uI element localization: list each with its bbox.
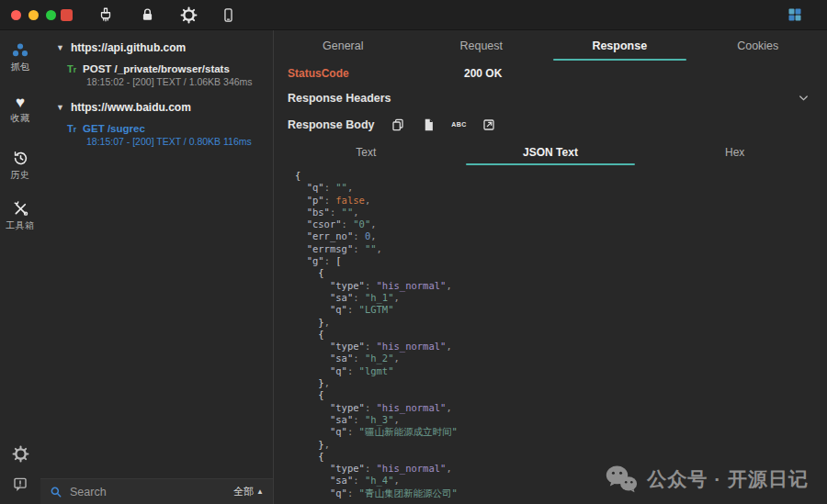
detail-tabs: General Request Response Cookies — [274, 30, 827, 61]
request-title: GET /sugrec — [83, 123, 145, 134]
request-meta: 18:15:07 - [200] TEXT / 0.80KB 116ms — [86, 136, 273, 147]
open-new-icon[interactable] — [481, 117, 497, 133]
request-entry[interactable]: Tr POST /_private/browser/stats 18:15:02… — [67, 63, 273, 87]
maximize-window-button[interactable] — [46, 10, 56, 20]
json-line: { — [295, 267, 827, 279]
search-bar: 全部 ▲ — [40, 478, 273, 504]
feedback-bubble-icon — [12, 476, 28, 492]
collapse-triangle-icon[interactable]: ▼ — [56, 103, 64, 112]
capture-dots-icon — [10, 42, 30, 59]
watermark-text: 公众号 · 开源日记 — [647, 466, 809, 492]
sidebar-item-toolbox[interactable]: 工具箱 — [0, 200, 40, 232]
host-group: ▼ https://www.baidu.com Tr GET /sugrec 1… — [40, 98, 273, 147]
clear-brush-icon[interactable] — [96, 6, 115, 24]
feedback-button[interactable] — [0, 476, 40, 492]
sidebar-item-history[interactable]: 历史 — [0, 150, 40, 182]
layout-grid-icon[interactable] — [788, 8, 801, 21]
json-line: "sa": "h_3", — [295, 414, 827, 426]
triangle-up-icon: ▲ — [256, 487, 264, 496]
watermark: 公众号 · 开源日记 — [605, 465, 809, 493]
stop-record-button[interactable] — [61, 9, 73, 21]
json-line: "type": "his_normal", — [295, 280, 827, 292]
status-row: StatusCode 200 OK — [274, 61, 827, 85]
request-meta: 18:15:02 - [200] TEXT / 1.06KB 346ms — [86, 76, 273, 87]
status-code-value: 200 OK — [464, 67, 502, 80]
sidebar-item-label: 收藏 — [11, 112, 30, 125]
status-code-label: StatusCode — [288, 67, 349, 80]
traffic-lights — [11, 10, 56, 20]
json-line: { — [295, 170, 827, 182]
request-entry-selected[interactable]: Tr GET /sugrec 18:15:07 - [200] TEXT / 0… — [67, 123, 273, 147]
json-line: "q": "lgmt" — [295, 365, 827, 377]
json-line: "csor": "0", — [295, 218, 827, 230]
format-doc-icon[interactable] — [420, 117, 436, 133]
json-line: "p": false, — [295, 195, 827, 207]
request-list: ▼ https://api.github.com Tr POST /_priva… — [40, 30, 273, 478]
json-line: "errmsg": "", — [295, 243, 827, 255]
sidebar-item-favorites[interactable]: ♥ 收藏 — [0, 95, 40, 125]
toolbar — [0, 0, 827, 30]
wechat-icon — [605, 465, 638, 493]
json-line: }, — [295, 317, 827, 329]
app-settings-button[interactable] — [0, 445, 40, 463]
detail-panel: General Request Response Cookies StatusC… — [274, 30, 827, 504]
close-window-button[interactable] — [11, 10, 21, 20]
mobile-device-icon[interactable] — [219, 6, 237, 24]
host-group: ▼ https://api.github.com Tr POST /_priva… — [40, 39, 273, 87]
sidebar-item-label: 工具箱 — [6, 219, 35, 232]
tab-general[interactable]: General — [274, 30, 413, 61]
tab-text[interactable]: Text — [274, 139, 459, 165]
response-body-row: Response Body ABC — [274, 110, 827, 139]
json-line: { — [295, 389, 827, 401]
sidebar-item-label: 历史 — [11, 169, 30, 182]
sidebar: 抓包 ♥ 收藏 历史 工具箱 — [0, 30, 40, 504]
json-line: "q": "LGTM" — [295, 304, 827, 316]
abc-text: ABC — [451, 121, 467, 128]
json-line: "sa": "h_2", — [295, 353, 827, 364]
tab-request[interactable]: Request — [413, 30, 551, 61]
tab-hex[interactable]: Hex — [642, 139, 827, 165]
ssl-lock-icon[interactable] — [138, 6, 156, 24]
host-row-github[interactable]: ▼ https://api.github.com — [40, 39, 273, 57]
filter-dropdown[interactable]: 全部 ▲ — [233, 485, 264, 498]
json-line: "q": "疆山新能源成立时间" — [295, 426, 827, 438]
json-line: { — [295, 329, 827, 341]
heart-icon: ♥ — [16, 95, 25, 110]
sidebar-item-capture[interactable]: 抓包 — [0, 42, 40, 73]
json-line: "type": "his_normal", — [295, 341, 827, 353]
host-row-baidu[interactable]: ▼ https://www.baidu.com — [40, 98, 273, 117]
tab-json-text[interactable]: JSON Text — [459, 139, 643, 165]
json-line: { — [295, 451, 827, 463]
json-line: "g": [ — [295, 255, 827, 267]
copy-icon[interactable] — [390, 117, 406, 133]
host-url: https://api.github.com — [71, 41, 186, 54]
tab-response[interactable]: Response — [550, 30, 689, 61]
json-line: "q": "", — [295, 182, 827, 194]
json-line: "sa": "h_1", — [295, 292, 827, 304]
encoding-abc-icon[interactable]: ABC — [450, 117, 467, 133]
filter-label: 全部 — [233, 485, 254, 498]
toolbox-icon — [12, 200, 29, 218]
content-type-icon: Tr — [67, 123, 76, 134]
sidebar-item-label: 抓包 — [11, 61, 30, 73]
json-line: "type": "his_normal", — [295, 402, 827, 414]
tab-cookies[interactable]: Cookies — [689, 30, 827, 61]
settings-gear-icon[interactable] — [179, 6, 198, 24]
search-icon — [50, 486, 62, 498]
body-tabs: Text JSON Text Hex — [274, 139, 827, 165]
json-line: }, — [295, 439, 827, 451]
search-input[interactable] — [70, 486, 198, 498]
gear-icon — [12, 445, 29, 463]
host-url: https://www.baidu.com — [71, 101, 191, 114]
response-headers-row[interactable]: Response Headers — [274, 85, 827, 110]
json-line: "err_no": 0, — [295, 230, 827, 242]
response-body-label: Response Body — [288, 118, 374, 131]
json-code[interactable]: { "q": "", "p": false, "bs": "", "csor":… — [274, 165, 827, 504]
response-headers-label: Response Headers — [288, 92, 391, 105]
collapse-triangle-icon[interactable]: ▼ — [56, 43, 64, 52]
json-line: }, — [295, 377, 827, 389]
chevron-down-icon[interactable] — [797, 91, 810, 105]
history-clock-icon — [12, 150, 29, 167]
minimize-window-button[interactable] — [28, 10, 39, 20]
content-type-icon: Tr — [67, 63, 76, 74]
